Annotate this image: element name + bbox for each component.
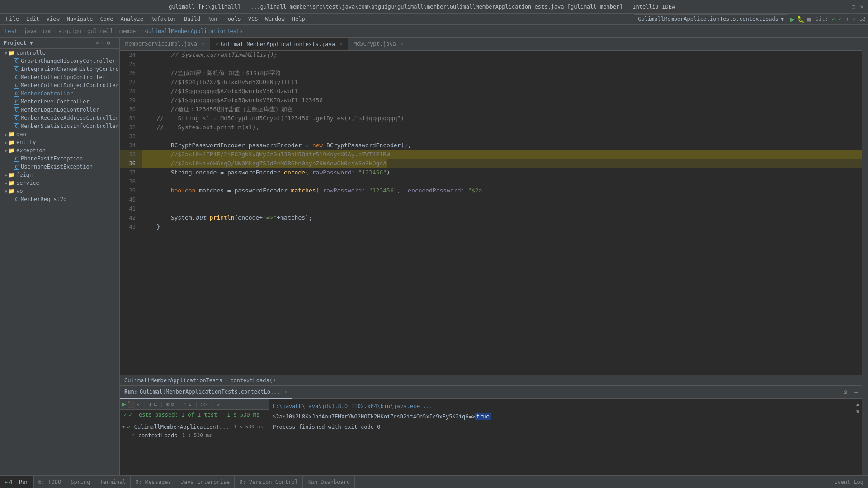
menu-vcs[interactable]: VCS — [245, 15, 262, 23]
bottom-tab-todo[interactable]: 6: TODO — [34, 476, 66, 488]
run-next[interactable]: ↓ — [188, 401, 192, 408]
run-sort-duration[interactable]: ⇅ — [154, 401, 157, 408]
run-button[interactable]: ▶ — [790, 15, 795, 23]
test-file-icon: ✓ — [216, 42, 218, 47]
git-checkmark[interactable]: ✓ — [832, 16, 835, 22]
menu-run[interactable]: Run — [204, 15, 221, 23]
menu-analyze[interactable]: Analyze — [117, 15, 147, 23]
code-line-33: 33 — [120, 132, 862, 141]
code-editor[interactable]: 24 // System.currentTimeMillis(); 25 26 … — [120, 51, 862, 375]
git-revert[interactable]: ↩ — [853, 16, 856, 22]
tree-member-regist-vo[interactable]: C MemberRegistVo — [0, 195, 119, 203]
menu-navigate[interactable]: Navigate — [63, 15, 97, 23]
run-prev[interactable]: ↑ — [184, 401, 187, 408]
tree-expand-icon: ▼ — [122, 424, 125, 429]
run-collapse[interactable]: ⊖ — [171, 401, 175, 408]
locate-icon[interactable]: ⊙ — [96, 40, 99, 46]
tab-label-member-service: MemberServiceImpl.java — [125, 41, 197, 47]
tree-controller-folder[interactable]: ▼ 📁 controller — [0, 49, 119, 57]
bottom-tab-run[interactable]: ▶ 4: Run — [0, 476, 34, 488]
footer-breadcrumb: GulimallMemberApplicationTests › context… — [120, 375, 862, 385]
footer-method[interactable]: contextLoads() — [230, 377, 276, 384]
tree-entity-folder[interactable]: ▶ 📁 entity — [0, 138, 119, 146]
tree-exception-folder[interactable]: ▼ 📁 exception — [0, 146, 119, 155]
gear-icon[interactable]: ⚙ — [107, 40, 110, 46]
menu-build[interactable]: Build — [180, 15, 204, 23]
run-rerun-button[interactable]: ▶ — [122, 400, 126, 408]
event-log-button[interactable]: Event Log — [830, 476, 868, 488]
run-tab[interactable]: Run: GulimallMemberApplicationTests.cont… — [120, 386, 292, 399]
run-close-button[interactable]: ✕ — [136, 401, 140, 408]
bottom-tab-terminal[interactable]: Terminal — [95, 476, 131, 488]
run-stop-button[interactable]: ⬛ — [127, 401, 135, 408]
code-line-34: 34 BCryptPasswordEncoder passwordEncoder… — [120, 141, 862, 150]
tree-member-collect-subject[interactable]: C MemberCollectSubjectController — [0, 81, 119, 89]
tree-member-controller[interactable]: C MemberController — [0, 89, 119, 98]
run-forward[interactable]: ▷▷ — [201, 401, 207, 407]
tree-integration-controller[interactable]: C IntegrationChangeHistoryController — [0, 65, 119, 73]
bottom-tab-run-dashboard[interactable]: Run Dashboard — [303, 476, 355, 488]
tab-close-member-service[interactable]: ✕ — [202, 42, 204, 47]
bottom-tab-messages[interactable]: 0: Messages — [131, 476, 176, 488]
tree-member-level-controller[interactable]: C MemberLevelController — [0, 98, 119, 106]
stop-button[interactable]: ■ — [807, 15, 811, 23]
crumb-class[interactable]: GulimallMemberApplicationTests — [145, 28, 243, 34]
run-config-dropdown[interactable]: GulimallMemberApplicationTests.contextLo… — [634, 14, 788, 23]
scroll-up-button[interactable]: ▲ — [856, 401, 859, 407]
tree-phone-exception[interactable]: C PhoneExsitException — [0, 155, 119, 163]
run-expand[interactable]: ⊕ — [166, 401, 170, 408]
menu-file[interactable]: File — [2, 15, 23, 23]
bottom-tab-spring[interactable]: Spring — [66, 476, 95, 488]
crumb-test[interactable]: test — [5, 28, 18, 34]
app-title: gulimall [F:\gulimall] – ...gulimall-mem… — [5, 4, 840, 10]
collapse-all-icon[interactable]: ⊖ — [101, 40, 104, 46]
footer-class[interactable]: GulimallMemberApplicationTests — [124, 377, 222, 384]
tree-feign-folder[interactable]: ▶ 📁 feign — [0, 171, 119, 179]
tab-close-tests[interactable]: ✕ — [340, 42, 342, 47]
crumb-gulimall[interactable]: gulimall — [87, 28, 113, 34]
run-export[interactable]: ↗ — [216, 401, 220, 408]
git-update[interactable]: ↑ — [846, 16, 849, 22]
minimize-button[interactable]: — — [844, 3, 848, 10]
run-tree-child[interactable]: ✓ contextLoads 1 s 530 ms — [120, 431, 269, 440]
menu-view[interactable]: View — [43, 15, 63, 23]
git-branch[interactable]: ⎇ — [859, 16, 866, 22]
tree-member-statistics[interactable]: C MemberStatisticsInfoController — [0, 122, 119, 130]
crumb-atguigu[interactable]: atguigu — [58, 28, 81, 34]
run-panel-close[interactable]: — — [851, 389, 862, 395]
run-tree-root[interactable]: ▼ ✓ GulimallMemberApplicationT... 1 s 53… — [120, 422, 269, 431]
tree-member-collect-spu[interactable]: C MemberCollectSpuController — [0, 73, 119, 81]
tree-member-receive[interactable]: C MemberReceiveAddressController — [0, 114, 119, 122]
menu-tools[interactable]: Tools — [221, 15, 245, 23]
menu-code[interactable]: Code — [97, 15, 117, 23]
tab-md5crypt[interactable]: Md5Crypt.java ✕ — [348, 38, 409, 50]
tree-dao-folder[interactable]: ▶ 📁 dao — [0, 130, 119, 138]
tree-growth-controller[interactable]: C GrowthChangeHistoryController — [0, 57, 119, 65]
tree-member-login-log[interactable]: C MemberLoginLogController — [0, 106, 119, 114]
debug-button[interactable]: 🐛 — [797, 15, 805, 23]
tab-close-md5[interactable]: ✕ — [401, 42, 403, 47]
menu-refactor[interactable]: Refactor — [147, 15, 180, 23]
close-button[interactable]: ✕ — [860, 3, 863, 10]
run-sort-alpha[interactable]: ↕ — [149, 401, 152, 408]
close-sidebar-icon[interactable]: — — [113, 40, 116, 46]
bottom-tab-java-enterprise[interactable]: Java Enterprise — [176, 476, 235, 488]
menu-window[interactable]: Window — [261, 15, 288, 23]
tab-gulimall-member-tests[interactable]: ✓ GulimallMemberApplicationTests.java ✕ — [210, 38, 348, 50]
crumb-com[interactable]: com — [42, 28, 52, 34]
menu-edit[interactable]: Edit — [23, 15, 43, 23]
tab-member-service-impl[interactable]: MemberServiceImpl.java ✕ — [120, 38, 210, 50]
crumb-member[interactable]: member — [119, 28, 139, 34]
crumb-java[interactable]: java — [24, 28, 37, 34]
tree-vo-folder[interactable]: ▼ 📁 vo — [0, 187, 119, 195]
bottom-tab-version-control[interactable]: 9: Version Control — [235, 476, 303, 488]
run-settings-icon[interactable]: ⚙ — [840, 389, 851, 395]
git-check2[interactable]: ✓ — [839, 16, 842, 22]
run-tab-close[interactable]: ✕ — [285, 389, 288, 394]
tree-username-exception[interactable]: C UsernameExistException — [0, 163, 119, 171]
menu-help[interactable]: Help — [288, 15, 309, 23]
scroll-down-button[interactable]: ▼ — [856, 408, 859, 415]
code-line-30: 30 //验证：123456进行盐值（去数据库查）加密 — [120, 105, 862, 114]
tree-service-folder[interactable]: ▶ 📁 service — [0, 179, 119, 187]
maximize-button[interactable]: ❐ — [852, 3, 855, 10]
